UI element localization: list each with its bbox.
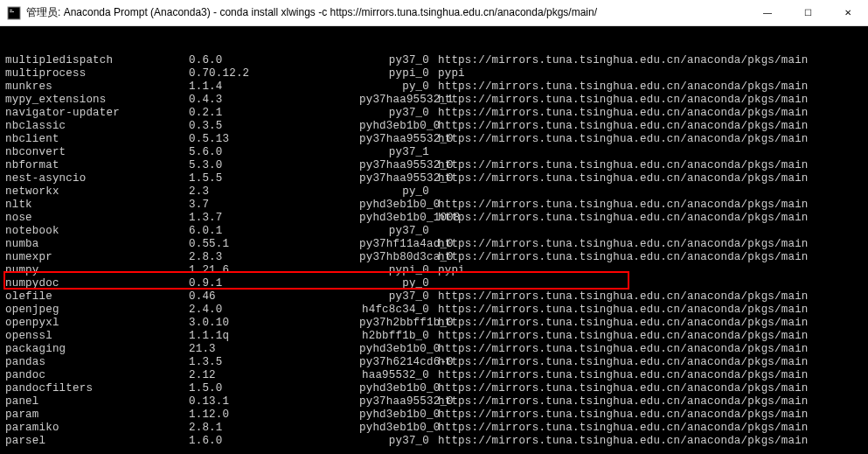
package-name: numpy xyxy=(5,264,189,277)
package-name: nest-asyncio xyxy=(5,172,189,185)
package-version: 0.2.1 xyxy=(189,107,359,120)
package-name: nbformat xyxy=(5,159,189,172)
package-version: 2.3 xyxy=(189,185,359,199)
package-channel: https://mirrors.tuna.tsinghua.edu.cn/ana… xyxy=(429,212,809,225)
package-name: openssl xyxy=(5,330,189,343)
package-row: parsel1.6.0py37_0https://mirrors.tuna.ts… xyxy=(5,435,868,448)
package-row: nltk3.7pyhd3eb1b0_0https://mirrors.tuna.… xyxy=(5,199,868,212)
package-row: nbclassic0.3.5pyhd3eb1b0_0https://mirror… xyxy=(5,120,868,133)
package-name: panel xyxy=(5,395,189,409)
package-version: 1.12.0 xyxy=(189,409,359,422)
package-build: py37haa95532_0 xyxy=(359,172,429,185)
package-build: pyhd3eb1b0_1008 xyxy=(359,212,429,225)
package-channel: https://mirrors.tuna.tsinghua.edu.cn/ana… xyxy=(429,107,809,120)
svg-rect-2 xyxy=(10,11,14,12)
package-build: py37_1 xyxy=(359,146,429,159)
package-name: mypy_extensions xyxy=(5,94,189,107)
svg-rect-0 xyxy=(8,7,20,19)
package-channel: https://mirrors.tuna.tsinghua.edu.cn/ana… xyxy=(429,172,809,185)
package-build: py_0 xyxy=(359,185,429,199)
package-build: pyhd3eb1b0_0 xyxy=(359,343,429,356)
package-version: 1.3.5 xyxy=(189,356,359,369)
package-build: py37_0 xyxy=(359,107,429,120)
package-build: h2bbff1b_0 xyxy=(359,330,429,343)
package-channel: https://mirrors.tuna.tsinghua.edu.cn/ana… xyxy=(429,343,809,356)
package-channel: https://mirrors.tuna.tsinghua.edu.cn/ana… xyxy=(429,238,809,251)
package-row: nbclient0.5.13py37haa95532_0https://mirr… xyxy=(5,133,868,146)
package-channel: https://mirrors.tuna.tsinghua.edu.cn/ana… xyxy=(429,382,809,395)
package-build: h4fc8c34_0 xyxy=(359,304,429,317)
package-name: multiprocess xyxy=(5,67,189,80)
package-channel: https://mirrors.tuna.tsinghua.edu.cn/ana… xyxy=(429,199,809,212)
package-build: py37hb80d3ca_0 xyxy=(359,251,429,264)
package-name: networkx xyxy=(5,185,189,199)
package-row: munkres1.1.4py_0https://mirrors.tuna.tsi… xyxy=(5,80,868,94)
package-name: navigator-updater xyxy=(5,107,189,120)
package-build: pypi_0 xyxy=(359,264,429,277)
package-version: 0.3.5 xyxy=(189,120,359,133)
package-build: py37_0 xyxy=(359,225,429,238)
package-version: 1.5.5 xyxy=(189,172,359,185)
package-channel: pypi xyxy=(429,264,465,277)
package-channel: https://mirrors.tuna.tsinghua.edu.cn/ana… xyxy=(429,435,809,448)
package-name: olefile xyxy=(5,290,189,304)
package-name: pandoc xyxy=(5,369,189,382)
package-build: py37_0 xyxy=(359,435,429,448)
package-name: parsel xyxy=(5,435,189,448)
package-version: 0.6.0 xyxy=(189,54,359,67)
package-version: 6.0.1 xyxy=(189,225,359,238)
package-channel: https://mirrors.tuna.tsinghua.edu.cn/ana… xyxy=(429,317,809,330)
package-row: nbconvert5.6.0py37_1 xyxy=(5,146,868,159)
package-row: panel0.13.1py37haa95532_0https://mirrors… xyxy=(5,395,868,409)
package-channel: https://mirrors.tuna.tsinghua.edu.cn/ana… xyxy=(429,330,809,343)
package-channel: https://mirrors.tuna.tsinghua.edu.cn/ana… xyxy=(429,94,809,107)
close-button[interactable]: ✕ xyxy=(828,0,868,25)
maximize-button[interactable]: ☐ xyxy=(788,0,828,25)
package-row: numpy1.21.6pypi_0pypi xyxy=(5,264,868,277)
package-version: 2.12 xyxy=(189,369,359,382)
package-row: nbformat5.3.0py37haa95532_0https://mirro… xyxy=(5,159,868,172)
package-name: nbconvert xyxy=(5,146,189,159)
package-name: nose xyxy=(5,212,189,225)
package-version: 1.21.6 xyxy=(189,264,359,277)
package-build: py37h2bbff1b_0 xyxy=(359,317,429,330)
package-version: 3.0.10 xyxy=(189,317,359,330)
package-build: pyhd3eb1b0_0 xyxy=(359,120,429,133)
package-build: py37hf11a4ad_0 xyxy=(359,238,429,251)
package-name: nbclassic xyxy=(5,120,189,133)
package-name: numexpr xyxy=(5,251,189,264)
package-version: 1.1.1q xyxy=(189,330,359,343)
package-name: openjpeg xyxy=(5,304,189,317)
package-row: multiprocess0.70.12.2pypi_0pypi xyxy=(5,67,868,80)
package-name: numba xyxy=(5,238,189,251)
terminal-output[interactable]: multipledispatch0.6.0py37_0https://mirro… xyxy=(0,26,868,454)
package-version: 2.4.0 xyxy=(189,304,359,317)
package-build: py37haa95532_0 xyxy=(359,395,429,409)
package-version: 0.13.1 xyxy=(189,395,359,409)
package-build: py37_0 xyxy=(359,54,429,67)
package-version: 0.70.12.2 xyxy=(189,67,359,80)
package-channel: https://mirrors.tuna.tsinghua.edu.cn/ana… xyxy=(429,356,809,369)
package-name: pandocfilters xyxy=(5,382,189,395)
package-channel: https://mirrors.tuna.tsinghua.edu.cn/ana… xyxy=(429,422,809,435)
package-row: numpydoc0.9.1py_0 xyxy=(5,277,868,290)
minimize-button[interactable]: — xyxy=(747,0,788,25)
package-version: 0.46 xyxy=(189,290,359,304)
package-row: numba0.55.1py37hf11a4ad_0https://mirrors… xyxy=(5,238,868,251)
package-channel: pypi xyxy=(429,67,465,80)
package-version: 2.8.1 xyxy=(189,422,359,435)
package-row: networkx2.3py_0 xyxy=(5,185,868,199)
package-row: openpyxl3.0.10py37h2bbff1b_0https://mirr… xyxy=(5,317,868,330)
package-channel: https://mirrors.tuna.tsinghua.edu.cn/ana… xyxy=(429,80,809,94)
package-name: paramiko xyxy=(5,422,189,435)
package-channel: https://mirrors.tuna.tsinghua.edu.cn/ana… xyxy=(429,133,809,146)
package-row: numexpr2.8.3py37hb80d3ca_0https://mirror… xyxy=(5,251,868,264)
package-row: olefile0.46py37_0https://mirrors.tuna.ts… xyxy=(5,290,868,304)
window-titlebar: 管理员: Anaconda Prompt (Anaconda3) - conda… xyxy=(0,0,868,26)
package-build: py37haa95532_0 xyxy=(359,159,429,172)
package-version: 0.4.3 xyxy=(189,94,359,107)
package-build: pyhd3eb1b0_0 xyxy=(359,382,429,395)
package-version: 0.55.1 xyxy=(189,238,359,251)
package-name: multipledispatch xyxy=(5,54,189,67)
package-name: nbclient xyxy=(5,133,189,146)
